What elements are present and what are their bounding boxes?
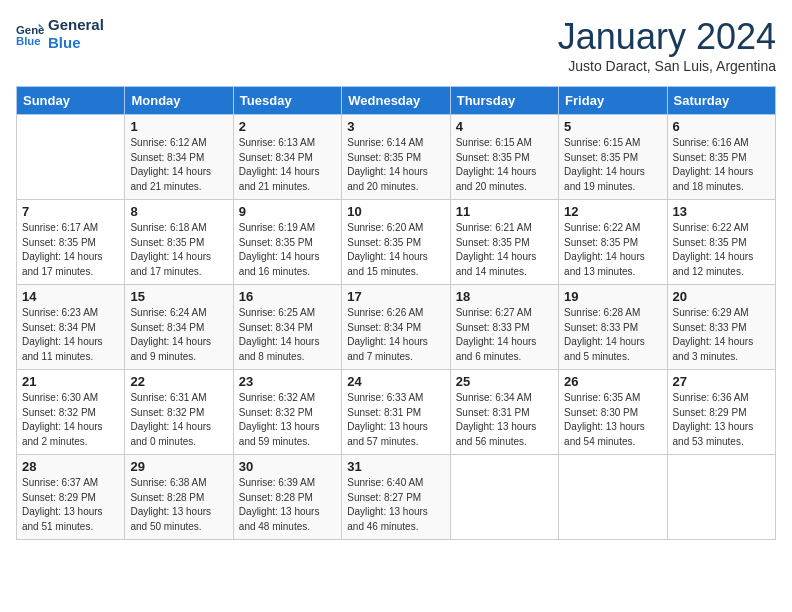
day-info: Sunrise: 6:22 AM Sunset: 8:35 PM Dayligh… (564, 221, 661, 279)
day-number: 31 (347, 459, 444, 474)
day-info: Sunrise: 6:34 AM Sunset: 8:31 PM Dayligh… (456, 391, 553, 449)
day-info: Sunrise: 6:33 AM Sunset: 8:31 PM Dayligh… (347, 391, 444, 449)
calendar-cell: 28Sunrise: 6:37 AM Sunset: 8:29 PM Dayli… (17, 455, 125, 540)
day-info: Sunrise: 6:35 AM Sunset: 8:30 PM Dayligh… (564, 391, 661, 449)
day-number: 4 (456, 119, 553, 134)
calendar-cell: 26Sunrise: 6:35 AM Sunset: 8:30 PM Dayli… (559, 370, 667, 455)
week-row-2: 7Sunrise: 6:17 AM Sunset: 8:35 PM Daylig… (17, 200, 776, 285)
day-info: Sunrise: 6:36 AM Sunset: 8:29 PM Dayligh… (673, 391, 770, 449)
calendar-cell: 11Sunrise: 6:21 AM Sunset: 8:35 PM Dayli… (450, 200, 558, 285)
day-info: Sunrise: 6:30 AM Sunset: 8:32 PM Dayligh… (22, 391, 119, 449)
calendar-cell: 15Sunrise: 6:24 AM Sunset: 8:34 PM Dayli… (125, 285, 233, 370)
calendar-cell: 31Sunrise: 6:40 AM Sunset: 8:27 PM Dayli… (342, 455, 450, 540)
day-info: Sunrise: 6:24 AM Sunset: 8:34 PM Dayligh… (130, 306, 227, 364)
header-friday: Friday (559, 87, 667, 115)
calendar-cell: 20Sunrise: 6:29 AM Sunset: 8:33 PM Dayli… (667, 285, 775, 370)
day-info: Sunrise: 6:40 AM Sunset: 8:27 PM Dayligh… (347, 476, 444, 534)
logo-text-blue: Blue (48, 34, 104, 52)
day-info: Sunrise: 6:39 AM Sunset: 8:28 PM Dayligh… (239, 476, 336, 534)
logo-text-general: General (48, 16, 104, 34)
day-number: 11 (456, 204, 553, 219)
day-info: Sunrise: 6:37 AM Sunset: 8:29 PM Dayligh… (22, 476, 119, 534)
week-row-3: 14Sunrise: 6:23 AM Sunset: 8:34 PM Dayli… (17, 285, 776, 370)
calendar-title: January 2024 (558, 16, 776, 58)
day-info: Sunrise: 6:15 AM Sunset: 8:35 PM Dayligh… (564, 136, 661, 194)
calendar-cell: 17Sunrise: 6:26 AM Sunset: 8:34 PM Dayli… (342, 285, 450, 370)
day-number: 18 (456, 289, 553, 304)
logo-icon: General Blue (16, 20, 44, 48)
calendar-cell: 27Sunrise: 6:36 AM Sunset: 8:29 PM Dayli… (667, 370, 775, 455)
day-info: Sunrise: 6:13 AM Sunset: 8:34 PM Dayligh… (239, 136, 336, 194)
day-number: 2 (239, 119, 336, 134)
calendar-cell: 13Sunrise: 6:22 AM Sunset: 8:35 PM Dayli… (667, 200, 775, 285)
day-info: Sunrise: 6:22 AM Sunset: 8:35 PM Dayligh… (673, 221, 770, 279)
day-info: Sunrise: 6:27 AM Sunset: 8:33 PM Dayligh… (456, 306, 553, 364)
header-monday: Monday (125, 87, 233, 115)
header-tuesday: Tuesday (233, 87, 341, 115)
calendar-cell: 16Sunrise: 6:25 AM Sunset: 8:34 PM Dayli… (233, 285, 341, 370)
calendar-cell (559, 455, 667, 540)
week-row-5: 28Sunrise: 6:37 AM Sunset: 8:29 PM Dayli… (17, 455, 776, 540)
day-number: 9 (239, 204, 336, 219)
calendar-cell: 7Sunrise: 6:17 AM Sunset: 8:35 PM Daylig… (17, 200, 125, 285)
day-number: 7 (22, 204, 119, 219)
day-number: 8 (130, 204, 227, 219)
day-info: Sunrise: 6:18 AM Sunset: 8:35 PM Dayligh… (130, 221, 227, 279)
day-number: 16 (239, 289, 336, 304)
day-number: 23 (239, 374, 336, 389)
day-number: 21 (22, 374, 119, 389)
day-number: 14 (22, 289, 119, 304)
logo: General Blue General Blue (16, 16, 104, 52)
day-info: Sunrise: 6:31 AM Sunset: 8:32 PM Dayligh… (130, 391, 227, 449)
calendar-cell: 14Sunrise: 6:23 AM Sunset: 8:34 PM Dayli… (17, 285, 125, 370)
svg-text:Blue: Blue (16, 35, 41, 47)
calendar-cell: 19Sunrise: 6:28 AM Sunset: 8:33 PM Dayli… (559, 285, 667, 370)
day-info: Sunrise: 6:12 AM Sunset: 8:34 PM Dayligh… (130, 136, 227, 194)
day-number: 27 (673, 374, 770, 389)
calendar-cell: 21Sunrise: 6:30 AM Sunset: 8:32 PM Dayli… (17, 370, 125, 455)
calendar-cell: 25Sunrise: 6:34 AM Sunset: 8:31 PM Dayli… (450, 370, 558, 455)
calendar-cell: 10Sunrise: 6:20 AM Sunset: 8:35 PM Dayli… (342, 200, 450, 285)
day-info: Sunrise: 6:26 AM Sunset: 8:34 PM Dayligh… (347, 306, 444, 364)
day-info: Sunrise: 6:16 AM Sunset: 8:35 PM Dayligh… (673, 136, 770, 194)
calendar-cell: 30Sunrise: 6:39 AM Sunset: 8:28 PM Dayli… (233, 455, 341, 540)
week-row-1: 1Sunrise: 6:12 AM Sunset: 8:34 PM Daylig… (17, 115, 776, 200)
calendar-cell: 22Sunrise: 6:31 AM Sunset: 8:32 PM Dayli… (125, 370, 233, 455)
day-info: Sunrise: 6:23 AM Sunset: 8:34 PM Dayligh… (22, 306, 119, 364)
day-number: 15 (130, 289, 227, 304)
day-number: 19 (564, 289, 661, 304)
calendar-cell (450, 455, 558, 540)
day-info: Sunrise: 6:21 AM Sunset: 8:35 PM Dayligh… (456, 221, 553, 279)
calendar-cell: 1Sunrise: 6:12 AM Sunset: 8:34 PM Daylig… (125, 115, 233, 200)
day-info: Sunrise: 6:32 AM Sunset: 8:32 PM Dayligh… (239, 391, 336, 449)
day-info: Sunrise: 6:28 AM Sunset: 8:33 PM Dayligh… (564, 306, 661, 364)
day-info: Sunrise: 6:29 AM Sunset: 8:33 PM Dayligh… (673, 306, 770, 364)
day-info: Sunrise: 6:17 AM Sunset: 8:35 PM Dayligh… (22, 221, 119, 279)
day-info: Sunrise: 6:20 AM Sunset: 8:35 PM Dayligh… (347, 221, 444, 279)
calendar-table: SundayMondayTuesdayWednesdayThursdayFrid… (16, 86, 776, 540)
calendar-cell (17, 115, 125, 200)
day-number: 10 (347, 204, 444, 219)
calendar-cell: 18Sunrise: 6:27 AM Sunset: 8:33 PM Dayli… (450, 285, 558, 370)
calendar-cell: 2Sunrise: 6:13 AM Sunset: 8:34 PM Daylig… (233, 115, 341, 200)
calendar-cell (667, 455, 775, 540)
day-number: 26 (564, 374, 661, 389)
day-number: 5 (564, 119, 661, 134)
calendar-cell: 8Sunrise: 6:18 AM Sunset: 8:35 PM Daylig… (125, 200, 233, 285)
calendar-cell: 5Sunrise: 6:15 AM Sunset: 8:35 PM Daylig… (559, 115, 667, 200)
day-number: 29 (130, 459, 227, 474)
week-row-4: 21Sunrise: 6:30 AM Sunset: 8:32 PM Dayli… (17, 370, 776, 455)
calendar-cell: 23Sunrise: 6:32 AM Sunset: 8:32 PM Dayli… (233, 370, 341, 455)
day-number: 22 (130, 374, 227, 389)
calendar-header-row: SundayMondayTuesdayWednesdayThursdayFrid… (17, 87, 776, 115)
day-info: Sunrise: 6:19 AM Sunset: 8:35 PM Dayligh… (239, 221, 336, 279)
day-info: Sunrise: 6:38 AM Sunset: 8:28 PM Dayligh… (130, 476, 227, 534)
calendar-cell: 9Sunrise: 6:19 AM Sunset: 8:35 PM Daylig… (233, 200, 341, 285)
header-wednesday: Wednesday (342, 87, 450, 115)
calendar-cell: 4Sunrise: 6:15 AM Sunset: 8:35 PM Daylig… (450, 115, 558, 200)
calendar-subtitle: Justo Daract, San Luis, Argentina (558, 58, 776, 74)
calendar-body: 1Sunrise: 6:12 AM Sunset: 8:34 PM Daylig… (17, 115, 776, 540)
day-number: 3 (347, 119, 444, 134)
day-info: Sunrise: 6:25 AM Sunset: 8:34 PM Dayligh… (239, 306, 336, 364)
calendar-cell: 29Sunrise: 6:38 AM Sunset: 8:28 PM Dayli… (125, 455, 233, 540)
